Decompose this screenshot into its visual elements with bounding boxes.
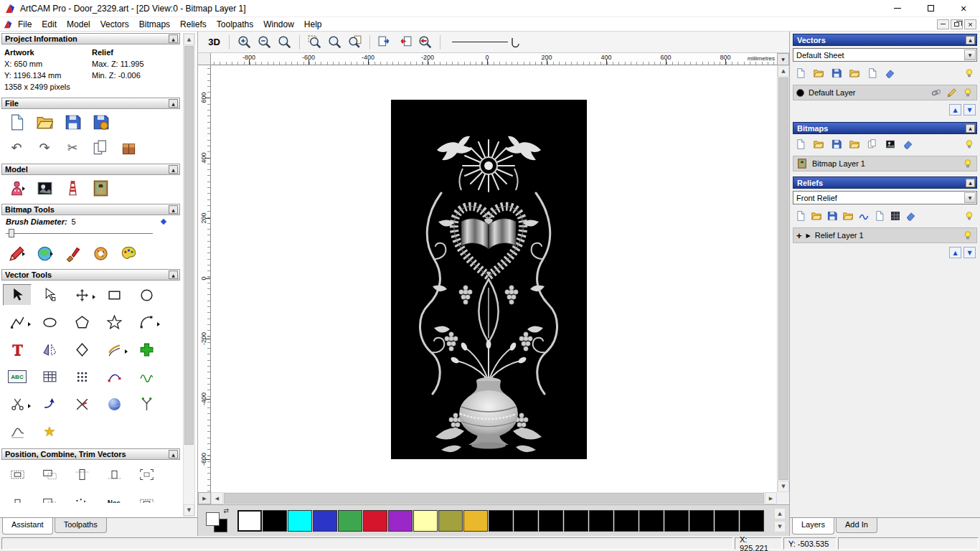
switch-3d-view-button[interactable]: 3D [205,33,223,51]
sheet-dropdown[interactable]: Default Sheet ▼ [793,48,977,62]
minimize-button[interactable] [881,0,914,17]
lock-layer-icon[interactable] [930,87,942,98]
swap-colors-icon[interactable]: ⇄ [223,507,229,514]
colour-palette-icon[interactable] [119,244,138,263]
menu-vectors[interactable]: Vectors [95,18,134,31]
mdi-close-button[interactable]: × [964,19,976,29]
flood-fill-icon[interactable] [35,244,54,263]
copy-to-3d-view-icon[interactable] [376,33,394,51]
add-relief-icon[interactable]: + [796,231,802,240]
paint-brush-icon[interactable] [63,244,82,263]
fit-curves-icon[interactable] [132,393,161,415]
distort-vectors-icon[interactable] [132,366,161,387]
bitmap-to-relief-icon[interactable] [885,138,896,150]
copy-paste-icon[interactable] [91,138,110,157]
open-bitmap-icon[interactable] [813,138,824,150]
maximize-button[interactable] [914,0,947,17]
layer-visibility-icon[interactable] [962,87,974,98]
bitmap-layer-row[interactable]: Bitmap Layer 1 [793,156,977,171]
palette-scroll-up-icon[interactable]: ▲ [774,508,786,519]
collapse-icon[interactable]: ▲ [966,179,975,187]
save-relief-icon[interactable] [826,210,838,222]
collapse-icon[interactable]: ▲ [169,270,178,279]
save-vectors-icon[interactable] [831,67,842,79]
nesting-icon[interactable]: Nes [100,492,128,503]
invert-model-icon[interactable] [35,179,54,197]
canvas-horizontal-scrollbar[interactable]: ◀ ▶ [211,492,777,504]
diamond-tool-icon[interactable] [67,339,96,360]
move-layer-down-icon[interactable]: ▼ [963,104,976,116]
palette-swatch[interactable] [438,510,463,532]
zoom-out-icon[interactable] [255,33,273,51]
edit-layer-icon[interactable] [946,87,958,98]
trim-overlap-icon[interactable] [132,492,161,503]
align-corner-icon[interactable] [35,463,64,485]
scrollbar-thumb[interactable] [778,77,788,480]
palette-swatch[interactable] [715,510,739,532]
trim-vectors-icon[interactable] [67,393,96,415]
close-button[interactable]: × [947,0,980,17]
move-layer-down-icon[interactable]: ▼ [963,247,976,258]
arc-tool-icon[interactable] [132,311,161,333]
position-header[interactable]: Position, Combine, Trim Vectors ▲ [1,448,180,460]
save-bitmap-icon[interactable] [831,138,842,150]
transform-tool-icon[interactable] [67,284,96,306]
toggle-all-visibility-icon[interactable] [963,67,975,79]
redo-icon[interactable]: ↷ [35,138,54,157]
delete-layer-icon[interactable] [885,67,896,79]
palette-swatch[interactable] [338,510,362,532]
menu-reliefs[interactable]: Reliefs [175,18,212,31]
scrollbar-thumb[interactable] [184,46,194,445]
collapse-icon[interactable]: ▲ [966,124,975,133]
palette-swatch[interactable] [263,510,287,532]
menu-edit[interactable]: Edit [37,18,62,31]
canvas-vertical-scrollbar[interactable]: ▲ ▼ [777,65,789,492]
bitmaps-header[interactable]: Bitmaps ▲ [793,122,977,134]
palette-swatch[interactable] [514,510,538,532]
palette-swatch[interactable] [313,510,337,532]
menu-model[interactable]: Model [62,18,95,31]
collapse-icon[interactable]: ▲ [966,36,975,44]
collapse-icon[interactable]: ▲ [169,205,178,214]
colour-reduce-icon[interactable] [91,244,110,263]
brush-diameter-slider[interactable] [6,227,173,239]
import-bitmap-icon[interactable] [849,138,860,150]
scrollbar-thumb[interactable] [224,493,764,504]
new-sheet-icon[interactable] [867,67,878,79]
text-block-icon[interactable]: ABC [3,366,32,387]
door-artwork[interactable] [391,100,587,459]
zoom-previous-icon[interactable] [416,33,434,51]
delete-bitmap-icon[interactable] [903,138,914,150]
vector-tools-header[interactable]: Vector Tools ▲ [1,269,180,281]
select-tool-icon[interactable] [3,284,32,306]
save-model-icon[interactable] [63,113,82,131]
node-edit-tool-icon[interactable] [35,284,64,306]
palette-swatch[interactable] [413,510,438,532]
palette-swatch[interactable] [740,510,764,532]
tab-toolpaths[interactable]: Toolpaths [55,518,107,533]
paste-along-curve-icon[interactable] [132,339,161,360]
scroll-up-icon[interactable]: ▲ [778,65,789,77]
cut-icon[interactable]: ✂ [63,138,82,157]
move-layer-up-icon[interactable]: ▲ [949,104,961,116]
palette-swatch[interactable] [539,510,563,532]
adjust-model-icon[interactable] [7,179,26,197]
zoom-window-icon[interactable] [306,33,324,51]
polygon-tool-icon[interactable] [67,311,96,333]
chevron-down-icon[interactable]: ▼ [964,192,976,203]
scroll-down-icon[interactable]: ▼ [184,504,194,516]
collapse-icon[interactable]: ▲ [169,99,178,108]
collapse-icon[interactable]: ▲ [169,165,178,174]
pane-split-button[interactable]: ▶ [198,492,211,504]
palette-swatch[interactable] [614,510,639,532]
chevron-down-icon[interactable]: ▼ [964,50,976,60]
palette-swatch[interactable] [689,510,714,532]
menu-window[interactable]: Window [258,18,299,31]
zoom-fit-page-icon[interactable] [346,33,364,51]
delete-relief-icon[interactable] [905,210,917,222]
import-relief-icon[interactable] [842,210,854,222]
palette-swatch[interactable] [489,510,513,532]
ruler-units-dropdown[interactable]: ▼ [777,53,789,65]
lighting-icon[interactable] [63,179,82,197]
collapse-icon[interactable]: ▲ [169,450,178,458]
